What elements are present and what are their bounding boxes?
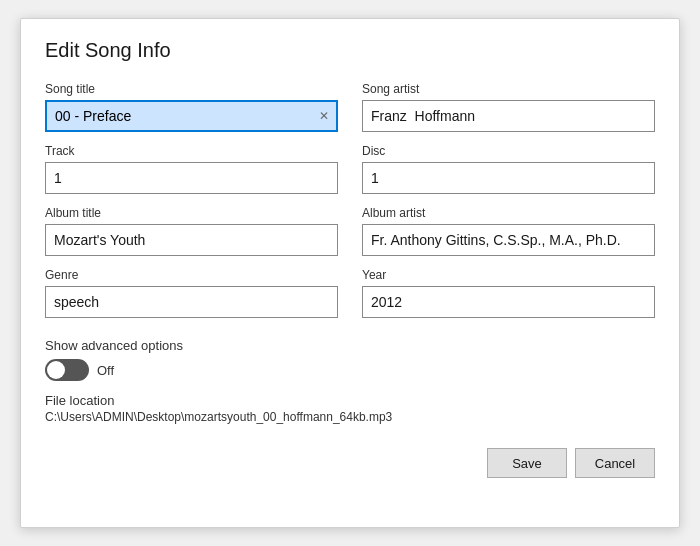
advanced-options-section: Show advanced options Off (45, 338, 655, 381)
disc-input[interactable] (362, 162, 655, 194)
album-artist-input[interactable] (362, 224, 655, 256)
song-title-input[interactable] (45, 100, 338, 132)
disc-group: Disc (362, 144, 655, 194)
album-artist-label: Album artist (362, 206, 655, 220)
genre-label: Genre (45, 268, 338, 282)
track-group: Track (45, 144, 338, 194)
song-artist-input[interactable] (362, 100, 655, 132)
song-title-input-wrapper: ✕ (45, 100, 338, 132)
song-title-label: Song title (45, 82, 338, 96)
advanced-options-toggle[interactable] (45, 359, 89, 381)
year-group: Year (362, 268, 655, 318)
disc-label: Disc (362, 144, 655, 158)
toggle-state-label: Off (97, 363, 114, 378)
file-location-label: File location (45, 393, 655, 408)
file-location-path: C:\Users\ADMIN\Desktop\mozartsyouth_00_h… (45, 410, 655, 424)
year-input[interactable] (362, 286, 655, 318)
genre-input[interactable] (45, 286, 338, 318)
album-title-group: Album title (45, 206, 338, 256)
genre-group: Genre (45, 268, 338, 318)
dialog-footer: Save Cancel (45, 440, 655, 478)
file-location-section: File location C:\Users\ADMIN\Desktop\moz… (45, 393, 655, 424)
song-artist-label: Song artist (362, 82, 655, 96)
edit-song-info-dialog: Edit Song Info Song title ✕ Song artist … (20, 18, 680, 528)
song-title-clear-button[interactable]: ✕ (316, 108, 332, 124)
track-label: Track (45, 144, 338, 158)
dialog-title: Edit Song Info (45, 39, 655, 62)
toggle-row: Off (45, 359, 655, 381)
album-title-label: Album title (45, 206, 338, 220)
song-artist-group: Song artist (362, 82, 655, 132)
save-button[interactable]: Save (487, 448, 567, 478)
year-label: Year (362, 268, 655, 282)
cancel-button[interactable]: Cancel (575, 448, 655, 478)
track-input[interactable] (45, 162, 338, 194)
song-title-group: Song title ✕ (45, 82, 338, 132)
album-title-input[interactable] (45, 224, 338, 256)
advanced-options-label: Show advanced options (45, 338, 655, 353)
toggle-knob (47, 361, 65, 379)
album-artist-group: Album artist (362, 206, 655, 256)
form-grid: Song title ✕ Song artist Track Disc Albu… (45, 82, 655, 330)
